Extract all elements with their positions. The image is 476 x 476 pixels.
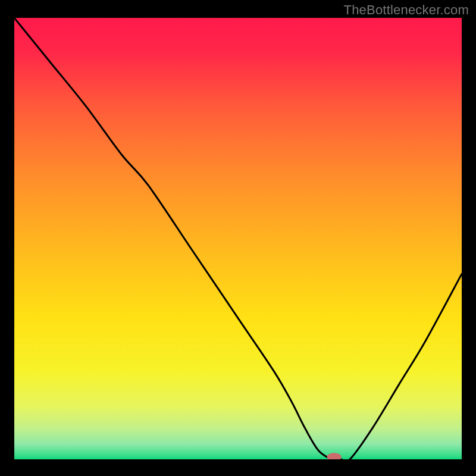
- baseline-strip: [14, 458, 462, 459]
- chart-plot-area: [14, 18, 462, 459]
- chart-svg: [14, 18, 462, 459]
- chart-frame: TheBottlenecker.com: [0, 0, 476, 476]
- watermark-label: TheBottlenecker.com: [344, 2, 469, 18]
